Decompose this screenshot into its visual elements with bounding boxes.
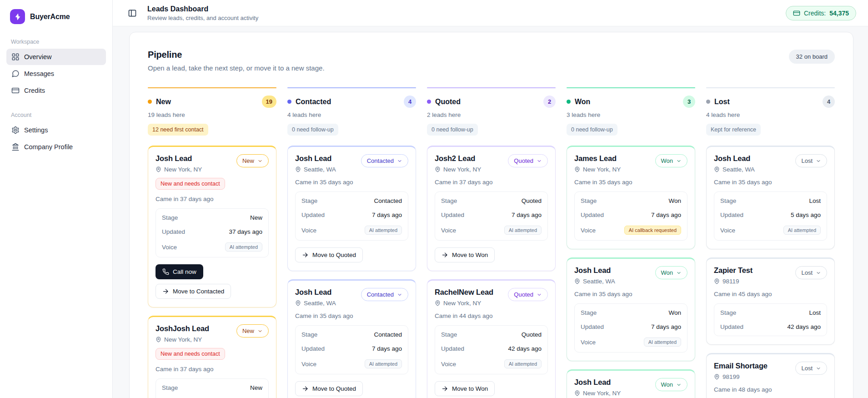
lead-card[interactable]: Josh2 LeadNew York, NYQuotedCame in 37 d… <box>427 146 556 271</box>
detail-label: Updated <box>301 212 325 218</box>
detail-label: Stage <box>720 309 736 316</box>
column-status-pill: 0 need follow-up <box>567 124 617 136</box>
button-label: Move to Won <box>452 385 488 392</box>
detail-value: 37 days ago <box>229 228 262 235</box>
move-to-quoted-button[interactable]: Move to Quoted <box>295 247 363 262</box>
grid-icon <box>11 53 20 61</box>
logo-bolt-icon <box>10 9 25 24</box>
stage-select-button[interactable]: Won <box>655 266 688 279</box>
column-count-badge: 2 <box>543 96 556 108</box>
move-to-won-button[interactable]: Move to Won <box>435 247 495 262</box>
map-pin-icon <box>714 166 720 172</box>
detail-value: Contacted <box>374 331 402 338</box>
pipeline-column-lost: Lost44 leads hereKept for referenceJosh … <box>706 87 835 398</box>
chevron-down-icon <box>397 158 402 164</box>
stage-select-button[interactable]: Contacted <box>361 288 408 301</box>
voice-status-chip: AI attempted <box>365 226 402 235</box>
stage-select-button[interactable]: Quoted <box>508 154 548 167</box>
column-status-pill: 0 need follow-up <box>427 124 478 136</box>
stage-select-button[interactable]: Won <box>655 378 688 391</box>
lead-location: Seattle, WA <box>295 166 336 173</box>
page-title: Leads Dashboard <box>147 5 258 13</box>
lead-location: New York, NY <box>156 336 209 343</box>
chevron-down-icon <box>676 270 682 276</box>
lead-card[interactable]: James LeadNew York, NYWonCame in 35 days… <box>567 146 695 249</box>
lead-details: StageWonUpdated7 days agoVoiceAI callbac… <box>574 191 687 241</box>
map-pin-icon <box>156 337 161 343</box>
pipeline-column-new: New1919 leads here12 need first contactJ… <box>148 87 276 398</box>
column-accent-line <box>567 87 695 88</box>
detail-label: Updated <box>441 345 464 352</box>
stage-select-button[interactable]: New <box>236 324 269 338</box>
map-pin-icon <box>714 278 720 284</box>
move-to-contacted-button[interactable]: Move to Contacted <box>156 284 231 299</box>
lead-age: Came in 37 days ago <box>435 179 548 186</box>
chevron-down-icon <box>537 292 542 297</box>
lead-name: Josh Lead <box>295 154 336 163</box>
lead-name: Josh2 Lead <box>435 154 481 163</box>
topbar: Leads Dashboard Review leads, credits, a… <box>113 0 868 26</box>
sidebar-item-company-profile[interactable]: Company Profile <box>6 139 106 155</box>
sidebar-item-credits[interactable]: Credits <box>6 82 106 99</box>
lead-card[interactable]: Josh LeadSeattle, WAContactedCame in 35 … <box>287 279 416 398</box>
detail-value: Won <box>668 197 681 204</box>
stage-dot-icon <box>567 100 571 104</box>
sidebar-toggle-button[interactable] <box>125 5 140 21</box>
map-pin-icon <box>295 166 301 172</box>
pipeline-heading-block: Pipeline Open a lead, take the next step… <box>148 50 325 72</box>
call-now-button[interactable]: Call now <box>156 264 203 279</box>
detail-label: Stage <box>162 214 178 221</box>
chevron-down-icon <box>537 158 542 164</box>
column-leads-count: 2 leads here <box>427 111 556 118</box>
column-accent-line <box>287 87 416 88</box>
lead-card[interactable]: Josh LeadNew York, NYWonCame in 35 days … <box>567 369 695 398</box>
sidebar-item-overview[interactable]: Overview <box>6 49 106 65</box>
pipeline-column-won: Won33 leads here0 need follow-upJames Le… <box>567 87 695 398</box>
lead-location-text: Seattle, WA <box>304 166 336 173</box>
detail-label: Stage <box>301 197 317 204</box>
column-leads-count: 4 leads here <box>706 111 835 118</box>
page-subtitle: Review leads, credits, and account activ… <box>147 15 258 21</box>
stage-select-button[interactable]: Lost <box>795 266 827 279</box>
lead-card[interactable]: Josh LeadSeattle, WALostCame in 35 days … <box>706 146 835 249</box>
stage-select-label: Lost <box>801 157 813 164</box>
lead-card[interactable]: RachelNew LeadNew York, NYQuotedCame in … <box>427 279 556 398</box>
detail-value: Won <box>668 309 681 316</box>
sidebar-item-messages[interactable]: Messages <box>6 65 106 82</box>
detail-label: Updated <box>720 323 743 330</box>
credit-card-icon <box>11 86 20 95</box>
detail-row-stage: StageWon <box>581 194 681 208</box>
lead-card[interactable]: Josh LeadNew York, NYNewNew and needs co… <box>148 146 276 307</box>
stage-select-button[interactable]: Won <box>655 154 688 167</box>
column-accent-line <box>148 87 276 88</box>
stage-select-button[interactable]: Quoted <box>508 288 548 301</box>
credits-badge: Credits: 54,375 <box>786 6 856 20</box>
move-to-quoted-button[interactable]: Move to Quoted <box>295 381 363 396</box>
stage-select-button[interactable]: Contacted <box>361 154 408 167</box>
detail-label: Stage <box>162 384 178 391</box>
move-to-won-button[interactable]: Move to Won <box>435 381 495 396</box>
sidebar-item-settings[interactable]: Settings <box>6 122 106 138</box>
stage-select-button[interactable]: Lost <box>795 154 827 167</box>
credits-label: Credits: <box>804 10 826 17</box>
lead-details: StageContactedUpdated7 days agoVoiceAI a… <box>295 325 408 374</box>
lead-card[interactable]: Email Shortage98199LostCame in 48 days a… <box>706 353 835 398</box>
column-count-badge: 19 <box>262 96 276 108</box>
detail-row-voice: VoiceAI callback requested <box>581 222 681 238</box>
lead-card[interactable]: JoshJosh LeadNew York, NYNewNew and need… <box>148 316 276 398</box>
detail-value: Contacted <box>374 197 402 204</box>
detail-row-updated: Updated42 days ago <box>720 320 821 334</box>
stage-select-button[interactable]: Lost <box>795 362 827 375</box>
lead-card[interactable]: Josh LeadSeattle, WAWonCame in 35 days a… <box>567 257 695 361</box>
chevron-down-icon <box>676 158 682 164</box>
pipeline-column-quoted: Quoted22 leads here0 need follow-upJosh2… <box>427 87 556 398</box>
stage-select-button[interactable]: New <box>236 154 269 167</box>
detail-value: 7 days ago <box>651 212 681 218</box>
lead-location-text: New York, NY <box>443 166 481 173</box>
lead-card[interactable]: Josh LeadSeattle, WAContactedCame in 35 … <box>287 146 416 271</box>
sidebar-item-label: Overview <box>24 53 51 60</box>
gear-icon <box>11 126 20 134</box>
lead-card[interactable]: Zapier Test98119LostCame in 45 days agoS… <box>706 257 835 345</box>
detail-label: Voice <box>581 227 596 234</box>
detail-row-updated: Updated42 days ago <box>441 342 542 356</box>
